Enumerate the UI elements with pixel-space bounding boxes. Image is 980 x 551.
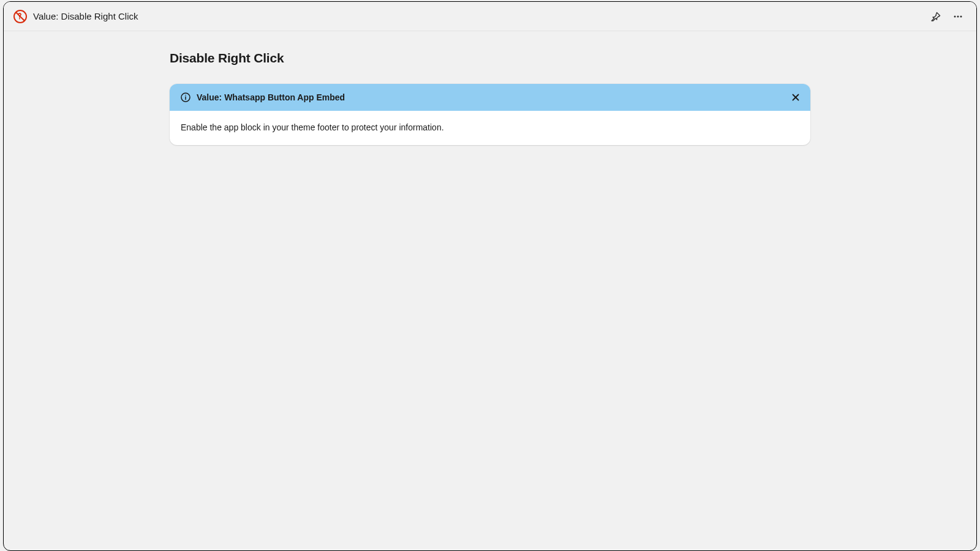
header-actions [927,8,967,25]
main-content: Disable Right Click Value: Whatsapp Butt… [4,31,976,145]
app-frame: Value: Disable Right Click [3,1,977,551]
info-card: Value: Whatsapp Button App Embed Enable … [170,84,810,145]
app-logo-icon [13,10,27,23]
card-header: Value: Whatsapp Button App Embed [170,84,810,111]
more-horizontal-icon [952,11,963,22]
close-button[interactable] [792,94,799,101]
svg-point-5 [960,15,962,17]
svg-point-4 [957,15,959,17]
page-title: Disable Right Click [170,51,810,66]
card-body-text: Enable the app block in your theme foote… [181,122,799,134]
svg-point-2 [19,18,20,19]
card-header-title: Value: Whatsapp Button App Embed [197,92,786,102]
card-body: Enable the app block in your theme foote… [170,111,810,145]
more-actions-button[interactable] [949,8,967,25]
svg-point-8 [185,95,186,96]
content-container: Disable Right Click Value: Whatsapp Butt… [170,51,810,145]
header-bar: Value: Disable Right Click [4,2,976,31]
pin-button[interactable] [927,8,944,25]
info-icon [181,92,190,102]
svg-point-3 [954,15,956,17]
header-title: Value: Disable Right Click [33,11,927,21]
pin-icon [931,12,941,21]
